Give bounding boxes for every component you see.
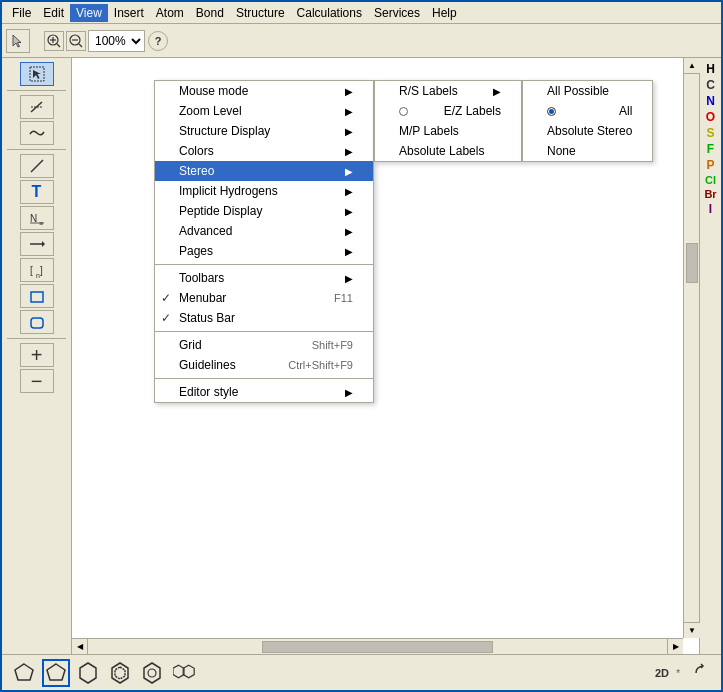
arrow-tool[interactable] [20,232,54,256]
scroll-right-btn[interactable]: ▶ [667,639,683,655]
element-f-btn[interactable]: F [707,142,714,156]
zoom-select[interactable]: 100% 50% 150% 200% [88,30,145,52]
svg-text:N: N [30,213,37,224]
menu-toolbars[interactable]: Toolbars ▶ [155,268,373,288]
zoom-minus-btn[interactable] [66,31,86,51]
line-tool[interactable] [20,154,54,178]
shape-hexagon-alt[interactable] [106,659,134,687]
check-icon: ✓ [161,311,171,325]
text-tool[interactable]: T [20,180,54,204]
menu-structure[interactable]: Structure [230,4,291,22]
zoom-control: 100% 50% 150% 200% [44,30,145,52]
menu-zoom-level[interactable]: Zoom Level ▶ [155,101,373,121]
menu-bond[interactable]: Bond [190,4,230,22]
svg-rect-19 [31,292,43,302]
rs-all[interactable]: All [523,101,652,121]
scroll-left-btn[interactable]: ◀ [72,639,88,655]
menu-advanced[interactable]: Advanced ▶ [155,221,373,241]
scroll-track [684,74,699,243]
n-tool[interactable]: N ≡ [20,206,54,230]
element-o-btn[interactable]: O [706,110,715,124]
svg-marker-22 [47,664,65,680]
stereo-mp-labels[interactable]: M/P Labels [375,121,521,141]
select-tool[interactable] [20,62,54,86]
menu-stereo[interactable]: Stereo ▶ [155,161,373,181]
scroll-track-bottom [684,283,699,622]
menu-calculations[interactable]: Calculations [291,4,368,22]
box-tool[interactable] [20,284,54,308]
radio-filled-icon [547,107,556,116]
svg-marker-25 [115,667,125,679]
submenu-arrow: ▶ [345,146,353,157]
scroll-up-btn[interactable]: ▲ [684,58,700,74]
shape-pentagon-filled[interactable] [42,659,70,687]
menu-view[interactable]: View [70,4,108,22]
menu-file[interactable]: File [6,4,37,22]
menu-edit[interactable]: Edit [37,4,70,22]
element-i-btn[interactable]: I [709,202,712,216]
scroll-thumb[interactable] [686,243,698,283]
menu-peptide-display[interactable]: Peptide Display ▶ [155,201,373,221]
menu-guidelines[interactable]: Guidelines Ctrl+Shift+F9 [155,355,373,375]
stereo-rs-labels[interactable]: R/S Labels ▶ [375,81,521,101]
draw-tool[interactable] [20,95,54,119]
element-c-btn[interactable]: C [706,78,715,92]
hscroll-thumb[interactable] [262,641,494,653]
menu-atom[interactable]: Atom [150,4,190,22]
rounded-box-tool[interactable] [20,310,54,334]
element-h-btn[interactable]: H [706,62,715,76]
bracket-tool[interactable]: [ n ] [20,258,54,282]
stereo-absolute-labels[interactable]: Absolute Labels [375,141,521,161]
separator-2 [155,331,373,332]
rs-labels-submenu: All Possible All Absolute Stereo [522,80,653,162]
submenu-arrow: ▶ [345,166,353,177]
menu-implicit-hydrogens[interactable]: Implicit Hydrogens ▶ [155,181,373,201]
element-s-btn[interactable]: S [706,126,714,140]
rotate-btn[interactable] [693,663,713,683]
shape-two-rings[interactable] [170,659,198,687]
pointer-tool[interactable] [6,29,30,53]
menu-menubar[interactable]: ✓ Menubar F11 [155,288,373,308]
menu-insert[interactable]: Insert [108,4,150,22]
left-sidebar: T N ≡ [ n ] [2,58,72,654]
svg-text:≡: ≡ [39,220,43,227]
menu-grid[interactable]: Grid Shift+F9 [155,335,373,355]
submenu-arrow: ▶ [493,86,501,97]
scroll-down-btn[interactable]: ▼ [684,622,700,638]
plus-tool[interactable]: + [20,343,54,367]
element-br-btn[interactable]: Br [704,188,716,200]
svg-marker-24 [112,663,128,683]
element-n-btn[interactable]: N [706,94,715,108]
asterisk-btn[interactable]: * [673,665,689,681]
svg-text:[: [ [30,265,33,276]
wave-tool[interactable] [20,121,54,145]
minus-tool[interactable]: − [20,369,54,393]
rs-none[interactable]: None [523,141,652,161]
help-button[interactable]: ? [148,31,168,51]
shape-hexagon[interactable] [74,659,102,687]
app-window: File Edit View Insert Atom Bond Structur… [0,0,723,692]
menu-colors[interactable]: Colors ▶ [155,141,373,161]
menu-help[interactable]: Help [426,4,463,22]
shape-pentagon-outline[interactable] [10,659,38,687]
stereo-submenu-container: R/S Labels ▶ E/Z Labels M/P Labels Absol… [374,80,653,162]
element-p-btn[interactable]: P [706,158,714,172]
submenu-arrow: ▶ [345,273,353,284]
shape-benzene[interactable] [138,659,166,687]
menu-pages[interactable]: Pages ▶ [155,241,373,261]
zoom-plus-btn[interactable] [44,31,64,51]
element-cl-btn[interactable]: Cl [705,174,716,186]
submenu-arrow: ▶ [345,387,353,398]
rs-all-possible[interactable]: All Possible [523,81,652,101]
svg-text:*: * [676,667,681,679]
svg-text:]: ] [40,265,43,276]
stereo-ez-labels[interactable]: E/Z Labels [375,101,521,121]
menu-status-bar[interactable]: ✓ Status Bar [155,308,373,328]
svg-line-10 [31,160,43,172]
menu-editor-style[interactable]: Editor style ▶ [155,382,373,402]
menu-services[interactable]: Services [368,4,426,22]
rs-absolute-stereo[interactable]: Absolute Stereo [523,121,652,141]
menu-structure-display[interactable]: Structure Display ▶ [155,121,373,141]
submenu-arrow: ▶ [345,126,353,137]
menu-mouse-mode[interactable]: Mouse mode ▶ [155,81,373,101]
